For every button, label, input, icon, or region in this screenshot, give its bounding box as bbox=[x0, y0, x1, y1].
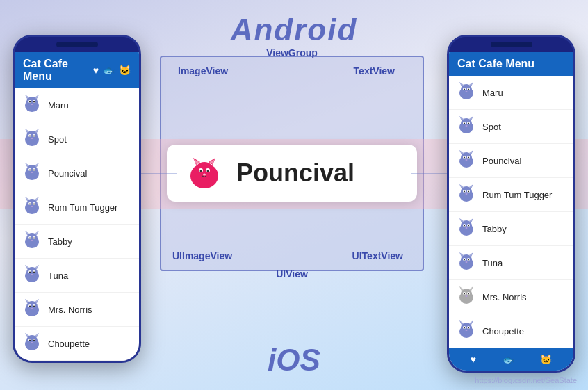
svg-point-52 bbox=[29, 204, 31, 205]
cat-avatar bbox=[22, 195, 42, 219]
cat-avatar bbox=[456, 319, 477, 343]
svg-point-185 bbox=[468, 327, 469, 329]
svg-point-155 bbox=[461, 254, 472, 266]
center-card: Pouncival bbox=[167, 145, 417, 202]
ios-header: Cat Cafe Menu bbox=[449, 52, 573, 76]
svg-point-67 bbox=[26, 267, 38, 278]
svg-point-20 bbox=[33, 101, 35, 103]
phone-notch-left bbox=[15, 37, 139, 52]
cat-icon-large bbox=[186, 155, 222, 191]
svg-point-12 bbox=[26, 97, 38, 108]
svg-point-119 bbox=[468, 123, 469, 124]
svg-point-131 bbox=[466, 159, 468, 161]
android-screen: Cat Cafe Menu ♥ 🐟 🐱 Maru bbox=[15, 52, 139, 361]
svg-point-30 bbox=[29, 136, 31, 137]
svg-point-64 bbox=[33, 238, 35, 239]
svg-point-184 bbox=[464, 327, 465, 329]
cat-name: Pouncival bbox=[48, 168, 87, 179]
list-item: Rum Tum Tugger bbox=[449, 178, 573, 212]
cat-avatar bbox=[22, 263, 42, 287]
svg-point-141 bbox=[468, 191, 469, 193]
list-item: Tuna bbox=[449, 246, 573, 280]
list-item: Spot bbox=[449, 110, 573, 144]
svg-point-56 bbox=[26, 233, 38, 244]
svg-point-142 bbox=[466, 193, 468, 195]
list-item: Choupette bbox=[15, 327, 139, 361]
svg-point-32 bbox=[31, 138, 33, 139]
svg-point-133 bbox=[461, 186, 472, 197]
android-header: Cat Cafe Menu ♥ 🐟 🐱 bbox=[15, 52, 139, 88]
svg-point-122 bbox=[461, 152, 472, 163]
cat-avatar bbox=[456, 81, 477, 104]
list-item: Rum Tum Tugger bbox=[15, 190, 139, 225]
svg-point-163 bbox=[468, 259, 469, 261]
textview-label: TextView bbox=[354, 65, 395, 76]
cat-avatar bbox=[456, 217, 477, 241]
svg-point-107 bbox=[464, 89, 465, 90]
svg-point-9 bbox=[207, 170, 209, 172]
svg-point-109 bbox=[466, 91, 468, 92]
svg-point-100 bbox=[461, 84, 472, 95]
fish-icon: 🐟 bbox=[103, 65, 115, 76]
svg-point-75 bbox=[33, 272, 35, 273]
svg-point-41 bbox=[29, 170, 31, 171]
cat-name: Mrs. Norris bbox=[48, 304, 92, 315]
list-item: Maru bbox=[15, 88, 139, 122]
svg-point-78 bbox=[26, 301, 38, 312]
list-item: Tuna bbox=[15, 259, 139, 293]
svg-point-173 bbox=[464, 293, 465, 295]
ios-bottom-bar: ♥ 🐟 🐱 bbox=[449, 348, 573, 371]
cat-name: Choupette bbox=[48, 339, 90, 349]
list-item: Mrs. Norris bbox=[449, 280, 573, 314]
svg-point-76 bbox=[31, 274, 33, 275]
svg-point-53 bbox=[33, 204, 35, 205]
cat-name: Tabby bbox=[48, 236, 72, 247]
notch-bar-right bbox=[491, 42, 532, 47]
cat-avatar bbox=[456, 115, 477, 138]
cat-avatar bbox=[22, 298, 42, 321]
svg-point-21 bbox=[31, 104, 33, 105]
cat-name: Rum Tum Tugger bbox=[48, 202, 117, 213]
list-item: Tabby bbox=[449, 212, 573, 246]
android-label: Android bbox=[231, 13, 358, 47]
svg-point-162 bbox=[464, 259, 465, 261]
list-item: Pouncival bbox=[15, 156, 139, 190]
svg-point-74 bbox=[29, 272, 31, 273]
ios-screen: Cat Cafe Menu Maru Spot bbox=[449, 52, 573, 371]
viewgroup-label: ViewGroup bbox=[266, 47, 318, 58]
uitextview-label: UITextView bbox=[352, 250, 403, 261]
cat-name: Tuna bbox=[482, 258, 503, 268]
bottom-heart-icon: ♥ bbox=[471, 354, 476, 365]
cat-name: Spot bbox=[482, 122, 501, 132]
svg-point-108 bbox=[468, 89, 469, 90]
cat-avatar bbox=[456, 251, 477, 275]
bottom-fish-icon: 🐟 bbox=[503, 354, 514, 365]
svg-point-140 bbox=[464, 191, 465, 193]
cat-name: Pouncival bbox=[482, 156, 521, 166]
svg-point-86 bbox=[33, 306, 35, 307]
svg-point-118 bbox=[464, 123, 465, 124]
svg-point-152 bbox=[468, 225, 469, 227]
svg-point-87 bbox=[31, 308, 33, 309]
svg-point-8 bbox=[200, 170, 202, 172]
android-list: Maru Spot Pouncival Rum Tum T bbox=[15, 88, 139, 361]
ios-label: iOS bbox=[268, 343, 320, 377]
svg-point-111 bbox=[461, 118, 472, 129]
svg-point-175 bbox=[466, 295, 468, 297]
android-app-title: Cat Cafe Menu bbox=[23, 58, 93, 83]
uiview-label: UIView bbox=[276, 268, 308, 279]
svg-point-19 bbox=[29, 101, 31, 103]
svg-point-31 bbox=[33, 136, 35, 137]
svg-point-34 bbox=[26, 165, 38, 176]
ios-list: Maru Spot Pouncival Rum Tum T bbox=[449, 76, 573, 348]
cat-header-icon: 🐱 bbox=[119, 65, 131, 76]
bottom-cat-icon: 🐱 bbox=[540, 354, 552, 365]
cat-name: Rum Tum Tugger bbox=[482, 190, 552, 200]
svg-point-166 bbox=[461, 289, 472, 300]
svg-point-130 bbox=[468, 157, 469, 159]
cat-avatar bbox=[456, 183, 477, 206]
cat-avatar bbox=[22, 161, 42, 185]
svg-point-177 bbox=[461, 323, 472, 334]
ios-app-title: Cat Cafe Menu bbox=[457, 58, 534, 70]
svg-point-43 bbox=[31, 172, 33, 173]
